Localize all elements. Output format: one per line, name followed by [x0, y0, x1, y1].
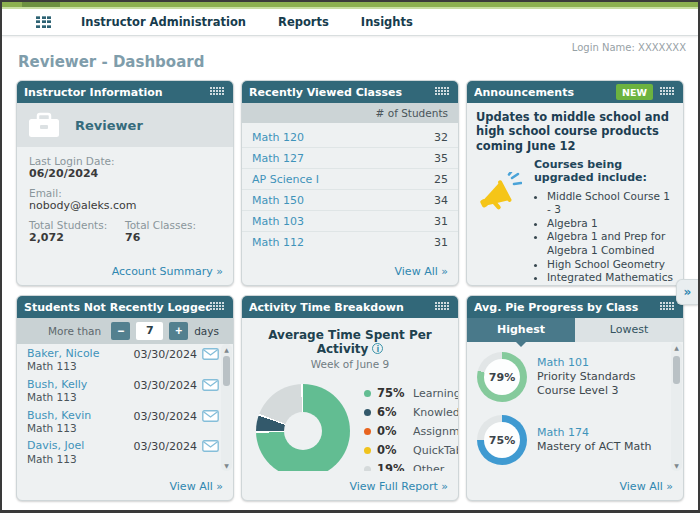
widget-menu-icon[interactable]: [210, 302, 226, 313]
last-login-date: 03/30/2024: [134, 440, 197, 453]
view-all-classes-link[interactable]: View All »: [395, 265, 448, 278]
widget-menu-icon[interactable]: [435, 302, 451, 313]
class-link[interactable]: Math 112: [252, 236, 304, 249]
legend-label: Knowledge Check: [413, 406, 458, 419]
new-badge: NEW: [616, 84, 653, 100]
panel-header: Announcements NEW: [467, 81, 683, 103]
nav-instructor-administration[interactable]: Instructor Administration: [81, 15, 246, 29]
view-all-progress-link[interactable]: View All »: [620, 480, 673, 493]
more-than-label: More than: [48, 325, 101, 337]
scrollbar[interactable]: ▲ ▼: [671, 342, 682, 471]
class-link[interactable]: AP Science I: [252, 173, 319, 186]
chart-subtitle: Week of June 9: [242, 358, 458, 370]
info-icon[interactable]: i: [372, 343, 383, 354]
account-summary-link[interactable]: Account Summary »: [112, 265, 223, 278]
student-count: 35: [434, 152, 448, 165]
panel-title: Avg. Pie Progress by Class: [474, 301, 660, 314]
email-icon[interactable]: [202, 348, 219, 360]
nav-insights[interactable]: Insights: [361, 15, 413, 29]
activity-chart-area: Average Time Spent Per Activityi Week of…: [242, 318, 458, 471]
class-link[interactable]: Math 174: [537, 426, 651, 440]
scroll-up-icon[interactable]: ▲: [671, 344, 682, 351]
legend-item: 0%QuickTables: [364, 443, 458, 457]
panel-title: Instructor Information: [24, 86, 210, 99]
panel-header: Instructor Information: [17, 81, 233, 103]
legend-item: 0%Assignment: [364, 424, 458, 438]
student-link[interactable]: Bush, Kelly: [27, 378, 87, 391]
total-classes-value: 76: [125, 231, 221, 244]
class-link[interactable]: Math 127: [252, 152, 304, 165]
student-link[interactable]: Diaz, Herbert: [27, 470, 100, 471]
students-column-header: # of Students: [242, 103, 458, 123]
class-link[interactable]: Math 150: [252, 194, 304, 207]
class-link[interactable]: Math 103: [252, 215, 304, 228]
last-login-date: 03/30/2024: [134, 348, 197, 361]
widget-menu-icon[interactable]: [210, 87, 226, 98]
legend-pct: 6%: [377, 405, 407, 419]
class-link[interactable]: Math 101: [537, 356, 667, 370]
scrollbar[interactable]: ▲ ▼: [221, 344, 232, 471]
scroll-down-icon[interactable]: ▼: [221, 462, 232, 469]
nav-reports[interactable]: Reports: [278, 15, 329, 29]
student-link[interactable]: Bush, Kevin: [27, 409, 91, 422]
student-class: Math 113: [27, 391, 87, 404]
panel-instructor-information: Instructor Information Reviewer Last Log…: [16, 80, 234, 286]
legend-label: Learning Mode: [413, 387, 458, 400]
legend-dot: [364, 390, 371, 397]
class-row: Math 12735: [242, 148, 458, 169]
legend-pct: 0%: [377, 443, 407, 457]
student-link[interactable]: Baker, Nicole: [27, 347, 99, 360]
legend-item: 6%Knowledge Check: [364, 405, 458, 419]
last-login-label: Last Login Date:: [29, 155, 221, 167]
tab-highest[interactable]: Highest: [467, 318, 575, 342]
upgrade-item: Algebra 1 and Prep for Algebra 1 Combine…: [547, 230, 674, 257]
widget-menu-icon[interactable]: [435, 87, 451, 98]
progress-row: 79% Math 101Priority Standards Course Le…: [477, 352, 667, 402]
student-row: Diaz, HerbertMath 113 03/30/2024: [27, 470, 219, 471]
view-full-report-link[interactable]: View Full Report »: [349, 480, 448, 493]
class-row: Math 15034: [242, 190, 458, 211]
upgrade-list: Middle School Course 1 - 3 Algebra 1 Alg…: [547, 190, 674, 286]
main-navbar: Instructor Administration Reports Insigh…: [2, 9, 698, 36]
email-label: Email:: [29, 187, 221, 199]
panel-header: Students Not Recently Logged In: [17, 296, 233, 318]
panel-header: Activity Time Breakdown: [242, 296, 458, 318]
email-value: nobody@aleks.com: [29, 199, 221, 212]
scrollbar-thumb[interactable]: [673, 356, 680, 384]
announcement-subhead: Courses being upgraded include:: [534, 158, 674, 184]
panel-recently-viewed-classes: Recently Viewed Classes # of Students Ma…: [241, 80, 459, 286]
progress-row: 75% Math 174Mastery of ACT Math: [477, 415, 667, 465]
scroll-up-icon[interactable]: ▲: [221, 346, 232, 353]
last-login-date: 03/30/2024: [134, 410, 197, 423]
class-row: AP Science I25: [242, 169, 458, 190]
email-icon[interactable]: [202, 379, 219, 391]
progress-pct: 75%: [484, 422, 520, 458]
carousel-next-button[interactable]: »: [676, 279, 698, 305]
class-link[interactable]: Math 120: [252, 131, 304, 144]
widget-menu-icon[interactable]: [660, 87, 676, 98]
class-row: Math 10331: [242, 211, 458, 232]
student-link[interactable]: Davis, Joel: [27, 439, 84, 452]
progress-list: 79% Math 101Priority Standards Course Le…: [467, 342, 683, 471]
increase-days-button[interactable]: +: [169, 322, 188, 340]
app-grid-icon[interactable]: [36, 16, 53, 29]
widget-menu-icon[interactable]: [660, 302, 676, 313]
total-students-label: Total Students:: [29, 219, 125, 231]
student-count: 34: [434, 194, 448, 207]
scroll-down-icon[interactable]: ▼: [671, 462, 682, 469]
email-icon[interactable]: [202, 410, 219, 422]
student-row: Baker, NicoleMath 113 03/30/2024: [27, 347, 219, 373]
megaphone-icon: [476, 172, 522, 216]
email-icon[interactable]: [202, 440, 219, 452]
days-value[interactable]: 7: [136, 322, 163, 340]
legend-label: QuickTables: [413, 444, 458, 457]
legend-dot: [364, 409, 371, 416]
nav-items: Instructor Administration Reports Insigh…: [81, 15, 413, 29]
chart-legend: 75%Learning Mode 6%Knowledge Check 0%Ass…: [364, 386, 458, 471]
scrollbar-thumb[interactable]: [223, 356, 230, 386]
student-row: Bush, KellyMath 113 03/30/2024: [27, 378, 219, 404]
tab-lowest[interactable]: Lowest: [575, 318, 683, 342]
view-all-students-link[interactable]: View All »: [170, 480, 223, 493]
student-class: Math 113: [27, 453, 84, 466]
decrease-days-button[interactable]: −: [111, 322, 130, 340]
